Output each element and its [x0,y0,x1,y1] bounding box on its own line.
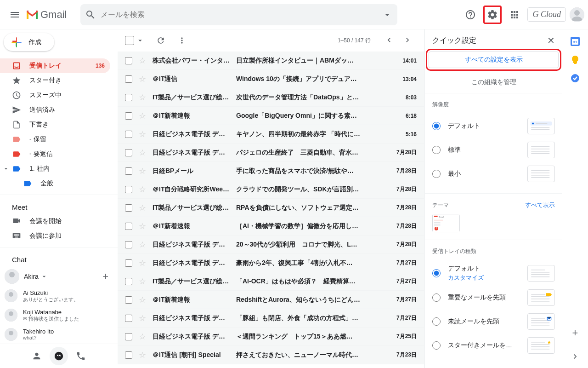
star-icon[interactable]: ☆ [139,92,146,103]
sidebar-item-2[interactable]: スヌーズ中 [0,88,110,103]
theme-show-all[interactable]: すべて表示 [525,201,555,209]
sidebar-item-7[interactable]: 1. 社内 [0,161,110,176]
star-icon[interactable]: ☆ [139,332,146,342]
density-radio[interactable] [432,122,441,130]
sidebar-item-1[interactable]: スター付き [0,73,110,88]
row-checkbox[interactable] [125,57,132,64]
manage-org-button[interactable]: この組織を管理 [425,72,562,93]
more-icon[interactable] [177,36,187,45]
row-checkbox[interactable] [125,278,132,285]
email-row[interactable]: ☆＠IT通信Windows 10の「接続」アプリでデュア…13:04 [118,70,424,88]
email-row[interactable]: ☆株式会社パワー・インタ…日立製作所様インタビュー｜ABMダッ…14:01 [118,52,424,70]
search-input[interactable] [101,11,382,19]
compose-button[interactable]: 作成 [4,33,54,51]
row-checkbox[interactable] [125,204,132,212]
email-row[interactable]: ☆日経BPメール手に取った商品をスマホで決済/無駄や…7月28日 [118,162,424,180]
star-icon[interactable]: ☆ [139,74,146,84]
email-row[interactable]: ☆＠IT新着速報Google「BigQuery Omni」に関する素…6:18 [118,107,424,125]
refresh-icon[interactable] [156,36,165,45]
inbox-option-2[interactable]: 未読メールを先頭 [432,310,555,334]
panel-close-button[interactable]: ✕ [547,35,555,46]
chat-add-button[interactable]: + [102,270,108,282]
search-dropdown-icon[interactable] [382,9,393,20]
email-row[interactable]: ☆＠IT新着速報RedshiftとAurora、知らないうちにどん…7月27日 [118,291,424,309]
get-addons-button[interactable]: + [566,324,584,342]
star-icon[interactable]: ☆ [139,111,146,121]
email-row[interactable]: ☆日経ビジネス電子版 デ…パジェロの生産終了 三菱自動車、背水…7月28日 [118,144,424,162]
row-checkbox[interactable] [125,149,132,156]
settings-button[interactable] [483,6,502,24]
theme-thumbnail[interactable]: Gmail [432,214,460,232]
calendar-app-icon[interactable]: 31 [571,37,580,46]
select-all-checkbox[interactable] [125,36,134,45]
meet-item-1[interactable]: 会議に参加 [0,229,118,243]
row-checkbox[interactable] [125,131,132,138]
email-row[interactable]: ☆IT製品／サービス選び総…「AI-OCR」はもはや必須？ 経費精算…7月27日 [118,272,424,291]
apps-button[interactable] [505,6,524,24]
phone-tab[interactable] [72,347,90,365]
search-box[interactable] [80,4,397,25]
star-icon[interactable]: ☆ [139,350,146,360]
star-icon[interactable]: ☆ [139,129,146,139]
density-radio[interactable] [432,170,441,178]
row-checkbox[interactable] [125,75,132,83]
row-checkbox[interactable] [125,333,132,340]
inbox-option-1[interactable]: 重要なメールを先頭 [432,286,555,310]
email-list[interactable]: ☆株式会社パワー・インタ…日立製作所様インタビュー｜ABMダッ…14:01☆＠I… [118,52,424,364]
row-checkbox[interactable] [125,259,132,267]
star-icon[interactable]: ☆ [139,258,146,268]
inbox-option-3[interactable]: スター付きメールを… [432,334,555,357]
hangouts-tab[interactable] [50,347,68,365]
row-checkbox[interactable] [125,296,132,304]
star-icon[interactable]: ☆ [139,148,146,158]
next-page-button[interactable] [398,35,417,46]
star-icon[interactable]: ☆ [139,276,146,287]
select-dropdown-icon[interactable] [136,36,144,45]
email-row[interactable]: ☆日経ビジネス電子版 デ…キヤノン、四半期初の最終赤字 「時代に…5:16 [118,125,424,144]
workspace-brand[interactable]: G Cloud [527,7,566,22]
email-row[interactable]: ☆＠IT新着速報［AI・機械学習の数学］偏微分を応用し…7月28日 [118,217,424,236]
inbox-radio[interactable] [432,293,441,302]
sidebar-item-4[interactable]: 下書き [0,117,110,132]
density-option-2[interactable]: 最小 [432,162,555,186]
star-icon[interactable]: ☆ [139,295,146,305]
inbox-radio[interactable] [432,317,441,326]
star-icon[interactable]: ☆ [139,184,146,195]
main-menu-button[interactable] [4,4,26,26]
chat-contact-0[interactable]: Ai Suzukiありがとうございます。 [0,287,118,306]
sidebar-item-6[interactable]: - 要返信 [0,147,110,161]
chat-contact-2[interactable]: Takehiro Itowhat? [0,325,118,344]
star-icon[interactable]: ☆ [139,221,146,231]
chat-user-row[interactable]: Akira + [0,266,118,287]
email-row[interactable]: ☆＠IT自分戦略研究所Wee…クラウドでの開発ツール、SDKが言語別…7月28日 [118,180,424,199]
inbox-customize[interactable]: カスタマイズ [448,274,527,282]
gmail-logo[interactable]: Gmail [26,9,67,21]
email-row[interactable]: ☆＠IT通信 [朝刊] Special押さえておきたい、ニューノーマル時代…7月… [118,346,424,364]
inbox-radio[interactable] [432,269,441,277]
star-icon[interactable]: ☆ [139,56,146,66]
prev-page-button[interactable] [380,35,398,46]
star-icon[interactable]: ☆ [139,166,146,176]
sidebar-item-8[interactable]: 全般 [0,176,110,191]
meet-item-0[interactable]: 会議を開始 [0,214,118,229]
sidebar-item-5[interactable]: - 保留 [0,132,110,147]
star-icon[interactable]: ☆ [139,313,146,323]
tasks-app-icon[interactable] [571,74,580,83]
row-checkbox[interactable] [125,94,132,101]
star-icon[interactable]: ☆ [139,203,146,213]
row-checkbox[interactable] [125,186,132,193]
email-row[interactable]: ☆日経ビジネス電子版 デ…＜週間ランキング トップ15＞ああ燃…7月25日 [118,328,424,346]
email-row[interactable]: ☆IT製品／サービス選び総…次世代のデータ管理方法「DataOps」と…8:03 [118,88,424,107]
chat-contact-1[interactable]: Koji Watanabe✉ 招待状を送信しました [0,306,118,325]
sidebar-item-0[interactable]: 受信トレイ136 [0,58,110,73]
email-row[interactable]: ☆IT製品／サービス選び総…RPAを負債にしない、ソフトウェア選定…7月28日 [118,199,424,217]
row-checkbox[interactable] [125,351,132,359]
support-button[interactable] [461,6,480,24]
see-all-settings-button[interactable]: すべての設定を表示 [429,52,559,68]
row-checkbox[interactable] [125,223,132,230]
inbox-option-0[interactable]: デフォルトカスタマイズ [432,261,555,286]
contacts-tab[interactable] [28,347,46,365]
sidebar-item-3[interactable]: 送信済み [0,103,110,117]
email-row[interactable]: ☆日経ビジネス電子版 デ…「豚組」も閉店、外食「成功の方程式」…7月27日 [118,309,424,328]
row-checkbox[interactable] [125,167,132,175]
